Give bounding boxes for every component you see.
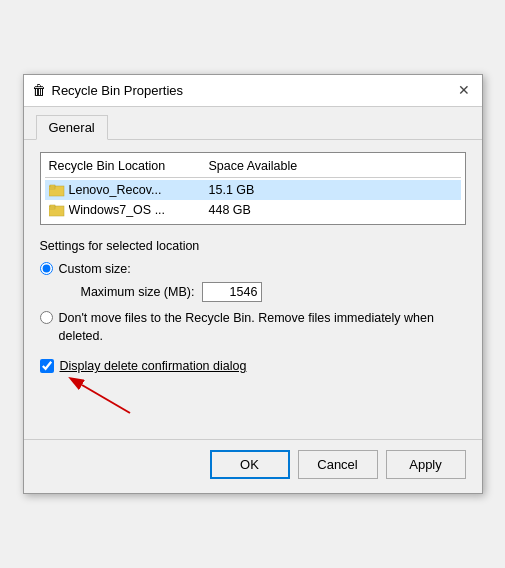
folder-icon — [49, 183, 65, 197]
custom-size-label-group: Custom size: Maximum size (MB): — [59, 261, 263, 303]
apply-button[interactable]: Apply — [386, 450, 466, 479]
close-button[interactable]: ✕ — [454, 80, 474, 100]
dialog-window: 🗑 Recycle Bin Properties ✕ General Recyc… — [23, 74, 483, 495]
col-header-space: Space Available — [209, 159, 457, 173]
row-space-2: 448 GB — [209, 203, 251, 217]
location-list: Recycle Bin Location Space Available Len… — [40, 152, 466, 225]
svg-rect-2 — [50, 185, 55, 187]
confirmation-checkbox[interactable] — [40, 359, 54, 373]
title-bar: 🗑 Recycle Bin Properties ✕ — [24, 75, 482, 107]
list-item[interactable]: Lenovo_Recov... 15.1 GB — [45, 180, 461, 200]
tab-bar: General — [24, 107, 482, 140]
max-size-row: Maximum size (MB): — [81, 282, 263, 302]
row-name-2: Windows7_OS ... — [69, 203, 209, 217]
row-space-1: 15.1 GB — [209, 183, 255, 197]
svg-rect-5 — [50, 205, 55, 207]
folder-icon-2 — [49, 203, 65, 217]
content-area: Recycle Bin Location Space Available Len… — [24, 139, 482, 436]
dont-move-option: Don't move files to the Recycle Bin. Rem… — [40, 310, 466, 345]
tab-general[interactable]: General — [36, 115, 108, 140]
custom-size-radio[interactable] — [40, 262, 53, 275]
title-bar-left: 🗑 Recycle Bin Properties — [32, 82, 184, 98]
confirmation-label: Display delete confirmation dialog — [60, 359, 247, 373]
row-name-1: Lenovo_Recov... — [69, 183, 209, 197]
max-size-input[interactable] — [202, 282, 262, 302]
svg-line-7 — [82, 385, 130, 413]
arrow-annotation — [40, 373, 466, 423]
radio-group: Custom size: Maximum size (MB): Don't mo… — [40, 261, 466, 346]
recycle-bin-icon: 🗑 — [32, 82, 46, 98]
custom-size-label: Custom size: — [59, 262, 131, 276]
ok-button[interactable]: OK — [210, 450, 290, 479]
confirmation-checkbox-row: Display delete confirmation dialog — [40, 359, 466, 373]
settings-section: Settings for selected location Custom si… — [40, 239, 466, 424]
max-size-label: Maximum size (MB): — [81, 285, 195, 299]
button-bar: OK Cancel Apply — [24, 439, 482, 493]
list-header: Recycle Bin Location Space Available — [45, 157, 461, 178]
col-header-location: Recycle Bin Location — [49, 159, 209, 173]
arrow-svg — [60, 373, 180, 423]
cancel-button[interactable]: Cancel — [298, 450, 378, 479]
dialog-title: Recycle Bin Properties — [52, 83, 184, 98]
dont-move-radio[interactable] — [40, 311, 53, 324]
settings-section-label: Settings for selected location — [40, 239, 466, 253]
custom-size-option: Custom size: Maximum size (MB): — [40, 261, 466, 303]
dont-move-label: Don't move files to the Recycle Bin. Rem… — [59, 310, 466, 345]
list-item[interactable]: Windows7_OS ... 448 GB — [45, 200, 461, 220]
